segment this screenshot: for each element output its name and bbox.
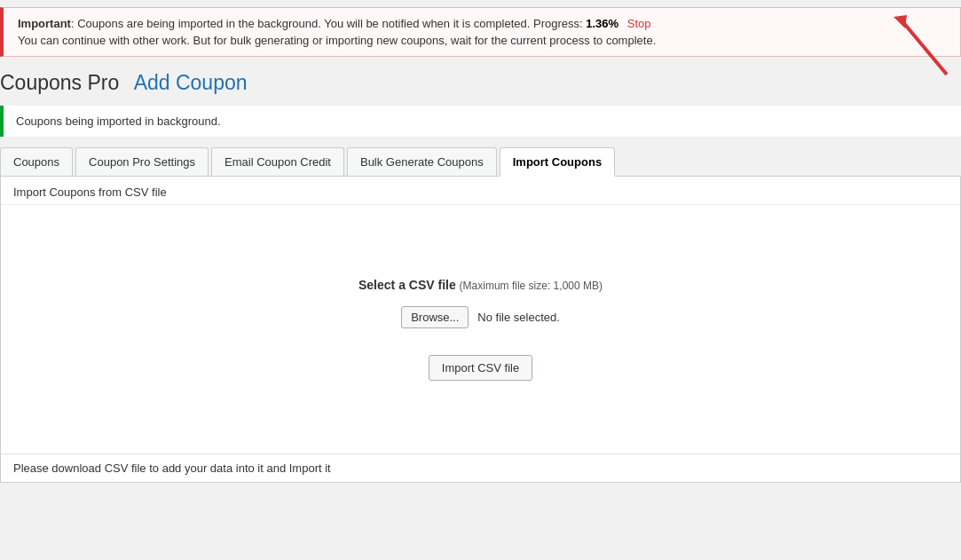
page-wrapper: Important: Coupons are being imported in… [0, 7, 961, 483]
section-label: Import Coupons from CSV file [1, 177, 960, 205]
success-message: Coupons being imported in background. [16, 114, 221, 128]
import-area: Select a CSV file (Maximum file size: 1,… [1, 205, 960, 454]
page-title: Coupons Pro [0, 71, 119, 94]
important-label: Important [18, 17, 71, 30]
notice-line2: You can continue with other work. But fo… [18, 34, 946, 47]
stop-link[interactable]: Stop [627, 17, 651, 30]
main-content: Import Coupons from CSV file Select a CS… [0, 177, 961, 483]
browse-button[interactable]: Browse... [401, 306, 469, 328]
tab-email-coupon-credit[interactable]: Email Coupon Credit [211, 147, 344, 176]
footer-note: Please download CSV file to add your dat… [1, 454, 960, 482]
notice-message: : Coupons are being imported in the back… [71, 17, 583, 30]
notice-line1: Important: Coupons are being imported in… [18, 17, 946, 30]
csv-select-label: Select a CSV file (Maximum file size: 1,… [358, 278, 603, 292]
file-input-row: Browse... No file selected. [401, 306, 560, 328]
max-size-text: (Maximum file size: 1,000 MB) [460, 280, 603, 292]
add-coupon-link[interactable]: Add Coupon [134, 71, 248, 94]
tab-import-coupons[interactable]: Import Coupons [500, 147, 615, 177]
page-header: Coupons Pro Add Coupon [0, 64, 961, 106]
success-notice: Coupons being imported in background. [0, 106, 961, 137]
no-file-text: No file selected. [477, 311, 560, 324]
import-csv-button[interactable]: Import CSV file [429, 355, 532, 381]
progress-value: 1.36% [586, 17, 618, 30]
tabs-wrapper: Coupons Coupon Pro Settings Email Coupon… [0, 147, 961, 177]
notice-bar: Important: Coupons are being imported in… [0, 7, 961, 57]
select-csv-text: Select a CSV file [358, 278, 456, 292]
tab-coupons[interactable]: Coupons [0, 147, 73, 176]
tab-bulk-generate-coupons[interactable]: Bulk Generate Coupons [347, 147, 497, 176]
tab-coupon-pro-settings[interactable]: Coupon Pro Settings [75, 147, 209, 176]
